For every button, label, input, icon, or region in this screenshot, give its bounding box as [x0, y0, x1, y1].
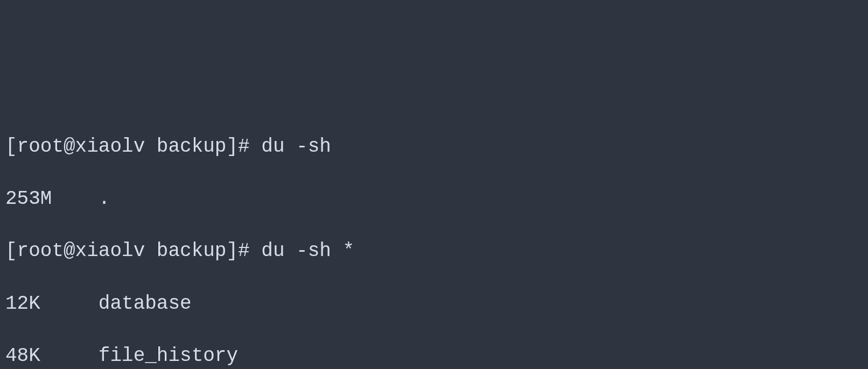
- du-name: file_history: [99, 345, 238, 367]
- du-size: 48K: [5, 343, 99, 369]
- output-line: 48Kfile_history: [5, 343, 863, 369]
- shell-prompt: [root@xiaolv backup]#: [5, 240, 261, 262]
- shell-prompt: [root@xiaolv backup]#: [5, 136, 261, 158]
- du-name: .: [99, 188, 110, 210]
- output-line-total: 253M.: [5, 186, 863, 212]
- du-name: database: [99, 293, 192, 315]
- output-line: 12Kdatabase: [5, 291, 863, 317]
- command-text: du -sh *: [261, 240, 354, 262]
- command-line-1: [root@xiaolv backup]# du -sh: [5, 134, 863, 160]
- terminal-output: [root@xiaolv backup]# du -sh 253M. [root…: [5, 108, 863, 369]
- command-line-2: [root@xiaolv backup]# du -sh *: [5, 238, 863, 265]
- command-text: du -sh: [261, 136, 331, 158]
- du-size: 253M: [5, 186, 99, 212]
- du-size: 12K: [5, 291, 99, 317]
